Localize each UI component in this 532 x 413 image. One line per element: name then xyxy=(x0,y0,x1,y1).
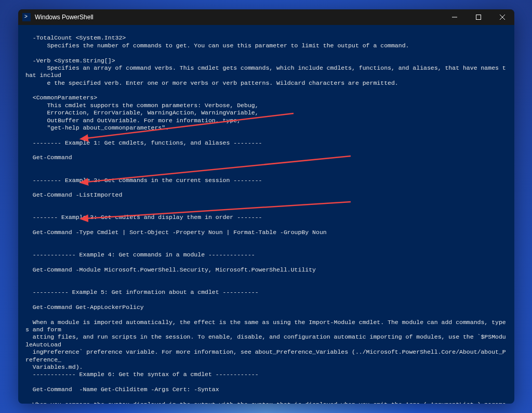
powershell-window: Windows PowerShell -TotalCount <System.I… xyxy=(18,9,514,404)
terminal-line: Specifies an array of command verbs. Thi… xyxy=(25,64,507,80)
window-controls xyxy=(443,9,514,25)
terminal-line xyxy=(25,296,507,304)
close-button[interactable] xyxy=(490,9,514,25)
terminal-line: Get-Command -Module Microsoft.PowerShell… xyxy=(25,266,507,274)
terminal-line xyxy=(25,281,507,289)
terminal-line xyxy=(25,27,507,34)
terminal-line xyxy=(25,147,507,154)
terminal-line xyxy=(25,49,507,57)
terminal-line: ErrorAction, ErrorVariable, WarningActio… xyxy=(25,109,507,117)
terminal-line: When you compare the syntax displayed in… xyxy=(25,401,507,404)
terminal-line xyxy=(25,206,507,214)
terminal-line: "get-help about_commonparameters". xyxy=(25,124,507,132)
terminal-line xyxy=(25,259,507,266)
terminal-line xyxy=(25,379,507,386)
terminal-line: -TotalCount <System.Int32> xyxy=(25,34,507,42)
terminal-output[interactable]: -TotalCount <System.Int32> Specifies the… xyxy=(18,25,514,404)
terminal-line xyxy=(25,244,507,251)
terminal-line xyxy=(25,87,507,94)
terminal-line: When a module is imported automatically,… xyxy=(25,319,507,334)
terminal-line xyxy=(25,274,507,281)
terminal-line xyxy=(25,237,507,244)
terminal-line xyxy=(25,162,507,169)
terminal-line: This cmdlet supports the common paramete… xyxy=(25,102,507,109)
terminal-line: atting files, and run scripts in the ses… xyxy=(25,333,507,349)
powershell-icon xyxy=(22,13,31,21)
terminal-line: ---------- Example 5: Get information ab… xyxy=(25,289,507,296)
terminal-line xyxy=(25,169,507,176)
terminal-line: -------- Example 1: Get cmdlets, functio… xyxy=(25,139,507,147)
terminal-line: Get-Command -Type Cmdlet | Sort-Object -… xyxy=(25,229,507,236)
terminal-line: ingPreference` preference variable. For … xyxy=(25,349,507,364)
terminal-line: Get-Command -Name Get-Childitem -Args Ce… xyxy=(25,386,507,393)
terminal-line: OutBuffer and OutVariable. For more info… xyxy=(25,117,507,124)
terminal-line xyxy=(25,222,507,229)
terminal-line xyxy=(25,393,507,401)
terminal-line: ------- Example 3: Get cmdlets and displ… xyxy=(25,214,507,221)
svg-rect-1 xyxy=(476,15,481,20)
terminal-line: -------- Example 2: Get commands in the … xyxy=(25,177,507,184)
terminal-line: Specifies the number of commands to get.… xyxy=(25,42,507,49)
terminal-line: e the specified verb. Enter one or more … xyxy=(25,80,507,87)
terminal-line: Get-Command -ListImported xyxy=(25,191,507,199)
minimize-button[interactable] xyxy=(443,9,467,25)
terminal-line xyxy=(25,311,507,318)
window-titlebar[interactable]: Windows PowerShell xyxy=(18,9,514,25)
terminal-line: -Verb <System.String[]> xyxy=(25,57,507,64)
terminal-line: Get-Command xyxy=(25,154,507,161)
terminal-line xyxy=(25,184,507,191)
maximize-button[interactable] xyxy=(467,9,490,25)
terminal-line: Variables.md). xyxy=(25,364,507,371)
terminal-line: Get-Command Get-AppLockerPolicy xyxy=(25,304,507,311)
terminal-line: ------------ Example 4: Get commands in … xyxy=(25,251,507,259)
terminal-line xyxy=(25,132,507,139)
window-title: Windows PowerShell xyxy=(35,14,443,21)
terminal-line: ------------ Example 6: Get the syntax o… xyxy=(25,371,507,378)
terminal-line xyxy=(25,199,507,206)
terminal-line: <CommonParameters> xyxy=(25,94,507,101)
